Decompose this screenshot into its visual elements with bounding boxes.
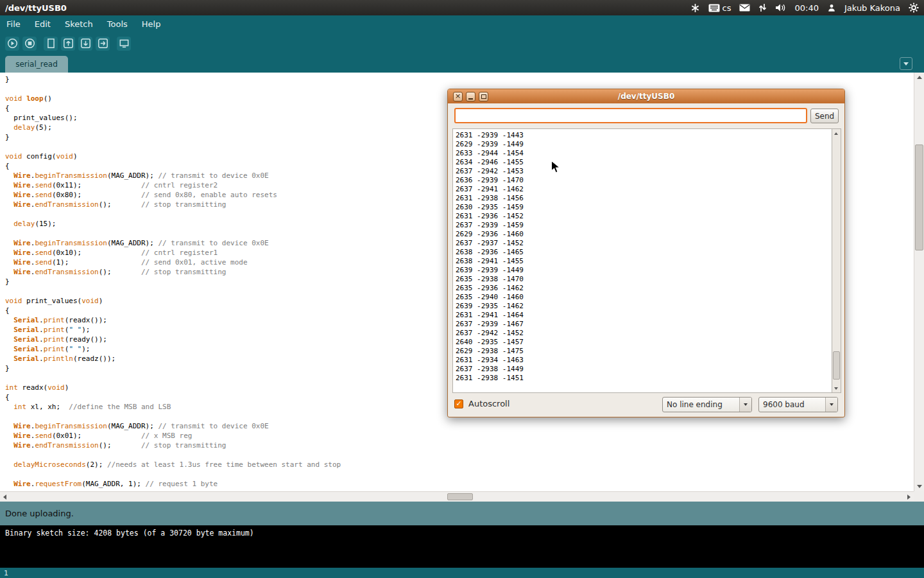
serial-output-line: 2635 -2938 -1470 (456, 275, 832, 284)
code-line (5, 450, 341, 460)
menu-item-sketch[interactable]: Sketch (65, 19, 93, 29)
line-ending-value: No line ending (663, 400, 739, 409)
code-line: Wire.send(0x10); // cntrl register1 (5, 248, 341, 258)
serial-output-line: 2637 -2939 -1459 (456, 221, 832, 230)
code-line: } (5, 132, 341, 142)
keyboard-layout-indicator[interactable]: cs (708, 2, 732, 13)
code-line: Wire.send(0x11); // cntrl register2 (5, 180, 341, 190)
code-line: Serial.println(readz()); (5, 354, 341, 363)
code-line: int readx(void) (5, 383, 341, 392)
mail-icon[interactable] (739, 2, 750, 13)
console-text: Binary sketch size: 4208 bytes (of a 307… (5, 529, 254, 538)
editor-vertical-scrollbar[interactable] (914, 73, 924, 491)
serial-output-line: 2629 -2939 -1449 (456, 140, 832, 149)
serial-monitor-button[interactable] (117, 37, 131, 51)
serial-monitor-titlebar[interactable]: /dev/ttyUSB0 × (448, 89, 844, 103)
serial-scroll-up-icon[interactable] (832, 130, 840, 137)
keyboard-icon (708, 2, 720, 13)
code-line (5, 142, 341, 152)
code-line: Wire.send(1); // send 0x01, active mode (5, 258, 341, 267)
upload-button[interactable] (96, 37, 110, 51)
menu-item-tools[interactable]: Tools (107, 19, 128, 29)
baud-rate-select[interactable]: 9600 baud (758, 397, 838, 412)
serial-send-input[interactable] (454, 108, 807, 123)
scrollbar-corner (914, 491, 924, 502)
serial-output-line: 2639 -2939 -1449 (456, 266, 832, 275)
panel-window-title: /dev/ttyUSB0 (5, 3, 67, 13)
session-gear-icon[interactable] (909, 2, 919, 13)
autoscroll-label: Autoscroll (468, 399, 509, 408)
scroll-up-icon[interactable] (914, 73, 924, 82)
chevron-down-icon[interactable] (825, 398, 837, 412)
line-ending-select[interactable]: No line ending (662, 397, 752, 412)
menu-item-edit[interactable]: Edit (35, 19, 51, 29)
serial-output-line: 2640 -2935 -1457 (456, 338, 832, 347)
code-area[interactable]: } void loop(){ print_values(); delay(5);… (5, 74, 341, 489)
minimize-icon[interactable] (466, 92, 475, 101)
code-line: Serial.print(readx()); (5, 315, 341, 325)
stop-button[interactable] (22, 37, 37, 51)
code-line: Wire.beginTransmission(MAG_ADDR); // tra… (5, 171, 341, 180)
serial-output-scrollbar[interactable] (832, 128, 841, 393)
close-icon[interactable]: × (453, 92, 463, 101)
code-line: print_values(); (5, 113, 341, 123)
code-line: Serial.print(" "); (5, 344, 341, 354)
toolbar (0, 33, 924, 54)
code-line: Wire.requestFrom(MAG_ADDR, 1); // reques… (5, 479, 341, 489)
horizontal-scroll-thumb[interactable] (447, 493, 473, 500)
code-line: Serial.print(ready()); (5, 335, 341, 344)
save-sketch-button[interactable] (78, 37, 92, 51)
code-line: { (5, 161, 341, 171)
serial-monitor-window: /dev/ttyUSB0 × Send 2631 -2939 -14432629… (447, 89, 845, 417)
serial-output-line: 2631 -2939 -1443 (456, 131, 832, 140)
code-line: } (5, 74, 341, 84)
line-number-bar: 1 (0, 568, 924, 578)
menu-item-file[interactable]: File (6, 19, 21, 29)
serial-output-line: 2629 -2938 -1475 (456, 347, 832, 356)
serial-output-line: 2631 -2938 -1451 (456, 374, 832, 383)
serial-output-line: 2637 -2942 -1452 (456, 329, 832, 338)
code-line: Wire.endTransmission(); // stop transmit… (5, 200, 341, 209)
menu-item-help[interactable]: Help (142, 19, 161, 29)
scroll-right-icon[interactable] (904, 492, 914, 502)
editor-horizontal-scrollbar[interactable] (0, 491, 914, 502)
send-button-label: Send (815, 112, 834, 121)
serial-output-line: 2631 -2934 -1463 (456, 356, 832, 365)
send-button[interactable]: Send (810, 109, 839, 123)
tab-menu-icon[interactable] (900, 57, 912, 70)
chevron-down-icon[interactable] (739, 398, 751, 412)
code-line: } (5, 277, 341, 286)
open-sketch-button[interactable] (61, 37, 75, 51)
code-line: void loop() (5, 94, 341, 103)
autoscroll-checkbox[interactable]: ✓ (454, 399, 463, 408)
code-line: void config(void) (5, 152, 341, 161)
serial-output-line: 2637 -2938 -1449 (456, 365, 832, 374)
code-line: int xl, xh; //define the MSB and LSB (5, 402, 341, 412)
maximize-icon[interactable] (479, 92, 488, 101)
code-line: { (5, 392, 341, 402)
serial-scroll-down-icon[interactable] (832, 385, 840, 392)
code-line (5, 469, 341, 479)
mouse-cursor (551, 160, 562, 175)
new-sketch-button[interactable] (44, 37, 58, 51)
serial-output-line: 2629 -2936 -1460 (456, 230, 832, 239)
scroll-left-icon[interactable] (0, 492, 10, 502)
code-line: Serial.print(" "); (5, 325, 341, 335)
serial-scroll-thumb[interactable] (833, 351, 840, 380)
tab-serial-read[interactable]: serial_read (5, 56, 68, 73)
clock[interactable]: 00:40 (794, 3, 818, 13)
username[interactable]: Jakub Kakona (844, 3, 900, 13)
volume-icon[interactable] (775, 2, 786, 13)
serial-output-line: 2638 -2941 -1455 (456, 257, 832, 266)
serial-output-line: 2631 -2936 -1452 (456, 212, 832, 221)
network-sync-icon[interactable] (758, 2, 767, 13)
verify-button[interactable] (5, 37, 19, 51)
scroll-down-icon[interactable] (914, 482, 924, 491)
code-line: { (5, 103, 341, 113)
serial-monitor-title: /dev/ttyUSB0 (448, 92, 844, 101)
code-line: } (5, 363, 341, 373)
status-text: Done uploading. (5, 509, 74, 518)
vertical-scroll-thumb[interactable] (915, 144, 923, 250)
serial-output[interactable]: 2631 -2939 -14432629 -2939 -14492633 -29… (452, 128, 832, 393)
star-indicator-icon[interactable] (690, 2, 700, 13)
